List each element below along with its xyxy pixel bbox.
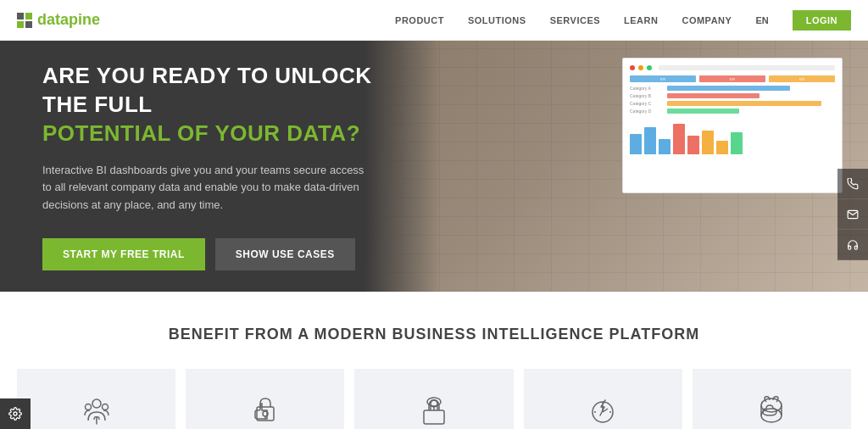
nav-learn[interactable]: LEARN — [624, 15, 658, 25]
svg-point-1 — [85, 404, 91, 410]
benefit-card-empower: EMPOWER EVERYONE Enable everyone within … — [17, 369, 175, 429]
phone-icon[interactable] — [837, 169, 868, 199]
benefit-card-faster: GO FASTER Reduce manual tasks to a minim… — [524, 369, 682, 429]
start-trial-button[interactable]: START MY FREE TRIAL — [42, 238, 205, 270]
empower-icon — [75, 389, 118, 429]
svg-point-0 — [92, 399, 101, 408]
benefit-section: BENEFIT FROM A MODERN BUSINESS INTELLIGE… — [0, 292, 868, 429]
nav-services[interactable]: SERVICES — [550, 15, 600, 25]
logo-icon — [17, 13, 32, 28]
hero-section: KPI KPI KPI Category A Category B Catego… — [0, 41, 868, 292]
hero-title: ARE YOU READY TO UNLOCK THE FULL POTENTI… — [42, 62, 398, 148]
nav-menu: PRODUCT SOLUTIONS SERVICES LEARN COMPANY… — [395, 10, 851, 31]
hero-title-highlight: POTENTIAL OF YOUR DATA? — [42, 120, 360, 146]
benefit-card-trust: TRUST YOUR DATA Take advantage of a secu… — [186, 369, 344, 429]
nav-solutions[interactable]: SOLUTIONS — [468, 15, 526, 25]
flexible-icon — [750, 389, 793, 429]
benefit-title: BENEFIT FROM A MODERN BUSINESS INTELLIGE… — [17, 326, 851, 343]
navbar: datapine PRODUCT SOLUTIONS SERVICES LEAR… — [0, 0, 868, 41]
svg-point-8 — [427, 398, 441, 406]
nav-company[interactable]: COMPANY — [682, 15, 732, 25]
svg-point-22 — [14, 412, 17, 415]
hero-buttons: START MY FREE TRIAL SHOW USE CASES — [42, 238, 398, 270]
show-use-cases-button[interactable]: SHOW USE CASES — [215, 238, 355, 270]
logo-text: datapine — [37, 11, 100, 29]
svg-point-2 — [102, 404, 108, 410]
nav-product[interactable]: PRODUCT — [395, 15, 444, 25]
hero-content: ARE YOU READY TO UNLOCK THE FULL POTENTI… — [0, 41, 441, 292]
settings-gear-button[interactable] — [0, 398, 31, 429]
login-button[interactable]: LOGIN — [793, 10, 851, 31]
faster-icon — [581, 389, 624, 429]
logo[interactable]: datapine — [17, 11, 100, 29]
email-icon[interactable] — [837, 199, 868, 230]
svg-rect-6 — [424, 410, 444, 424]
benefit-card-flexible: BE FLEXIBLE Enjoy a scalable SaaS BI sol… — [693, 369, 851, 429]
culture-icon — [413, 389, 455, 429]
language-selector[interactable]: EN — [755, 15, 768, 25]
side-contact-icons — [837, 169, 868, 260]
hero-subtitle: Interactive BI dashboards give you and y… — [42, 162, 364, 214]
headset-icon[interactable] — [837, 230, 868, 260]
benefit-card-culture: ESTABLISH DATA CULTURE Develop data-driv… — [354, 369, 513, 429]
benefit-cards: EMPOWER EVERYONE Enable everyone within … — [17, 369, 851, 429]
trust-icon — [244, 389, 287, 429]
